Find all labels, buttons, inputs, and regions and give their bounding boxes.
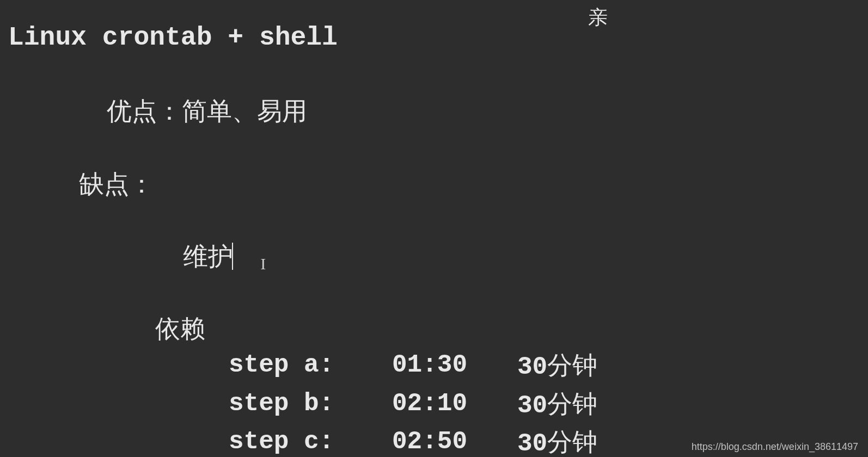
input-mode-char: 亲 [588,4,608,31]
step-time: 01:30 [392,347,517,386]
title-line: Linux crontab + shell [8,19,860,57]
step-label: step c: [229,424,392,457]
step-duration: 30分钟 [517,386,597,424]
editor-content[interactable]: Linux crontab + shell 优点：简单、易用 缺点： 维护I 依… [0,0,868,457]
step-duration: 30分钟 [517,424,597,457]
pros-text: 简单、易用 [182,97,307,125]
text-cursor [232,243,233,270]
step-label: step a: [229,347,392,386]
step-duration: 30分钟 [517,347,597,386]
step-row: step b: 02:10 30分钟 [8,386,860,424]
watermark: https://blog.csdn.net/weixin_38611497 [692,441,858,453]
maintain-text: 维护 [183,242,233,270]
step-row: step a: 01:30 30分钟 [8,347,860,386]
cons-label-line: 缺点： [8,166,860,202]
cons-item-depend: 依赖 [8,311,860,347]
ibeam-icon: I [260,252,266,276]
step-time: 02:10 [392,386,517,424]
pros-line: 优点：简单、易用 [8,57,860,166]
step-time: 02:50 [392,424,517,457]
pros-label: 优点： [107,97,182,125]
step-label: step b: [229,386,392,424]
cons-item-maintain: 维护I [8,202,860,311]
